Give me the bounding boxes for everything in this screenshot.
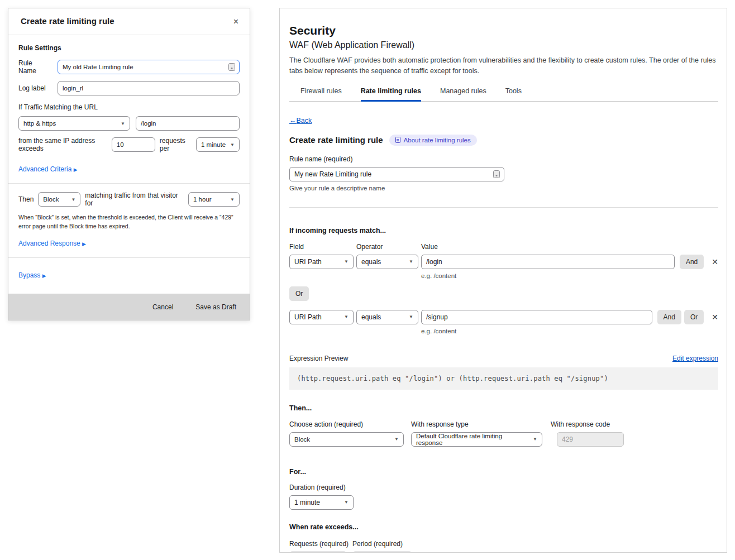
back-link[interactable]: ←Back — [289, 117, 312, 125]
response-code-input — [557, 432, 624, 447]
duration-label: Duration (required) — [289, 484, 718, 491]
modal-title: Create rate limiting rule — [21, 16, 114, 26]
advanced-response-link[interactable]: Advanced Response ▶ — [18, 240, 86, 247]
modal-body: Rule Settings Rule Name Log label If Tra… — [8, 35, 250, 294]
about-rate-limiting-badge[interactable]: About rate limiting rules — [389, 135, 477, 146]
edit-expression-link[interactable]: Edit expression — [672, 355, 718, 362]
and-button[interactable]: And — [657, 310, 681, 324]
modal-header: Create rate limiting rule × — [8, 8, 250, 35]
threshold-input[interactable] — [112, 137, 155, 152]
triangle-right-icon: ▶ — [74, 167, 78, 173]
choose-action-label: Choose action (required) — [289, 420, 411, 428]
response-type-select[interactable]: Default Cloudflare rate limiting respons… — [411, 432, 542, 447]
form-title: Create rate limiting rule — [289, 135, 383, 145]
condition-row: URI Path ▼ equals ▼ And Or ✕ — [289, 310, 718, 324]
chevron-down-icon: ▼ — [230, 197, 235, 202]
value-input[interactable] — [421, 310, 652, 324]
tab-managed-rules[interactable]: Managed rules — [440, 87, 486, 102]
operator-column-label: Operator — [356, 243, 418, 251]
value-helper: e.g. /content — [421, 328, 718, 334]
action-select[interactable]: Block ▼ — [38, 192, 80, 207]
match-heading: If incoming requests match... — [289, 227, 718, 234]
duration-select[interactable]: 1 minute ▼ — [289, 495, 354, 510]
expression-preview-code: (http.request.uri.path eq "/login") or (… — [289, 367, 718, 390]
operator-select[interactable]: equals ▼ — [356, 255, 418, 269]
threshold-suffix-text: requests per — [160, 137, 192, 152]
chevron-down-icon: ▼ — [533, 437, 537, 442]
rate-heading: When rate exceeds... — [289, 523, 718, 531]
chevron-down-icon: ▼ — [230, 142, 235, 147]
rule-settings-heading: Rule Settings — [18, 44, 240, 52]
then-middle-text: matching traffic from that visitor for — [85, 192, 184, 207]
document-icon — [395, 137, 400, 143]
value-helper: e.g. /content — [421, 272, 718, 279]
threshold-prefix-text: from the same IP address exceeds — [18, 137, 107, 152]
chevron-down-icon: ▼ — [71, 197, 75, 202]
and-button[interactable]: And — [680, 255, 704, 269]
ban-period-select[interactable]: 1 hour ▼ — [188, 192, 240, 207]
value-column-label: Value — [421, 243, 438, 251]
tab-tools[interactable]: Tools — [505, 87, 522, 102]
modal-footer: Cancel Save as Draft — [8, 294, 250, 320]
waf-tabs: Firewall rules Rate limiting rules Manag… — [289, 87, 718, 102]
chevron-down-icon: ▼ — [344, 259, 349, 264]
tab-firewall-rules[interactable]: Firewall rules — [300, 87, 342, 102]
period-select[interactable]: 1 minute ▼ — [196, 137, 240, 152]
security-waf-panel: Security WAF (Web Application Firewall) … — [279, 8, 727, 553]
operator-select[interactable]: equals ▼ — [356, 310, 418, 324]
log-label-input[interactable] — [58, 81, 240, 95]
chevron-down-icon: ▼ — [409, 314, 413, 319]
then-heading: Then... — [289, 404, 718, 412]
scheme-select[interactable]: http & https ▼ — [18, 116, 130, 131]
page-description: The Cloudflare WAF provides both automat… — [289, 55, 718, 76]
chevron-down-icon: ▼ — [409, 259, 413, 264]
for-heading: For... — [289, 468, 718, 476]
chevron-down-icon: ▼ — [121, 121, 125, 126]
url-input[interactable] — [136, 116, 240, 131]
action-select[interactable]: Block ▼ — [289, 432, 404, 447]
condition-row: URI Path ▼ equals ▼ And ✕ — [289, 255, 718, 269]
block-note-text: When “Block” is set, when the threshold … — [18, 213, 240, 231]
remove-condition-icon[interactable]: ✕ — [712, 313, 718, 322]
rule-name-label: Rule name (required) — [289, 155, 718, 163]
close-icon[interactable]: × — [231, 16, 241, 27]
tab-rate-limiting-rules[interactable]: Rate limiting rules — [361, 87, 421, 102]
triangle-right-icon: ▶ — [82, 241, 86, 247]
chevron-down-icon: ▼ — [344, 500, 349, 505]
or-button[interactable]: Or — [684, 310, 704, 324]
cancel-button[interactable]: Cancel — [152, 303, 173, 311]
rule-name-helper: Give your rule a descriptive name — [289, 185, 718, 192]
response-type-label: With response type — [411, 420, 551, 428]
value-input[interactable] — [421, 255, 675, 269]
chevron-down-icon: ▼ — [344, 314, 349, 319]
requests-input[interactable] — [289, 552, 347, 553]
chevron-down-icon: ▼ — [394, 437, 399, 442]
advanced-criteria-link[interactable]: Advanced Criteria ▶ — [18, 165, 78, 173]
period-label: Period (required) — [352, 540, 403, 548]
autofill-icon[interactable] — [228, 63, 235, 71]
log-label-label: Log label — [18, 84, 52, 92]
traffic-matching-heading: If Traffic Matching the URL — [18, 103, 240, 111]
field-select[interactable]: URI Path ▼ — [289, 255, 354, 269]
rate-period-select[interactable]: 1 minute ▼ — [352, 552, 412, 553]
arrow-left-icon: ← — [289, 117, 297, 125]
remove-condition-icon[interactable]: ✕ — [712, 257, 718, 266]
page-title: Security — [289, 24, 718, 37]
field-column-label: Field — [289, 243, 354, 251]
or-button[interactable]: Or — [289, 286, 309, 301]
page-subtitle: WAF (Web Application Firewall) — [289, 40, 718, 50]
expression-preview-label: Expression Preview — [289, 355, 348, 362]
create-rate-limiting-rule-modal: Create rate limiting rule × Rule Setting… — [8, 8, 250, 320]
then-text: Then — [18, 195, 34, 203]
rule-name-label: Rule Name — [18, 59, 52, 75]
bypass-link[interactable]: Bypass ▶ — [18, 271, 46, 279]
rule-name-input[interactable] — [289, 167, 504, 181]
response-code-label: With response code — [551, 420, 610, 428]
requests-label: Requests (required) — [289, 540, 352, 548]
field-select[interactable]: URI Path ▼ — [289, 310, 354, 324]
save-as-draft-button[interactable]: Save as Draft — [195, 303, 236, 311]
rule-name-input[interactable] — [58, 60, 240, 74]
autofill-icon[interactable] — [493, 170, 500, 178]
triangle-right-icon: ▶ — [42, 273, 46, 279]
